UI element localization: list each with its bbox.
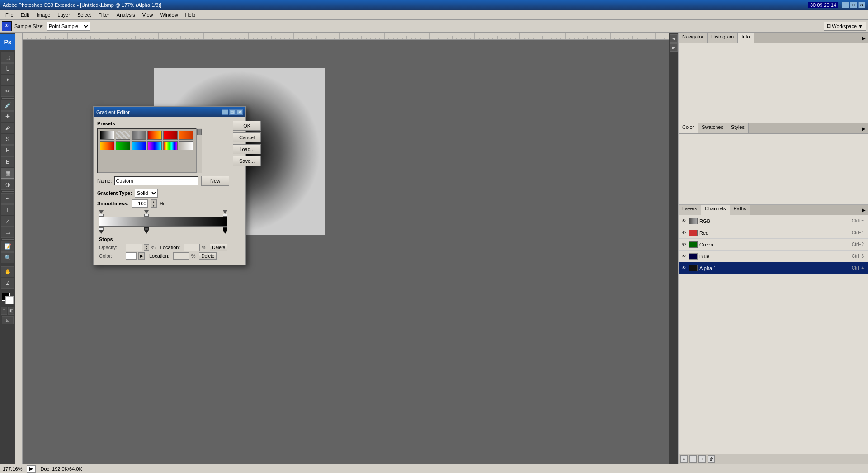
ge-opacity-location-input[interactable] [184,244,200,251]
tool-history-brush[interactable]: H [1,145,14,156]
ch-load-button[interactable]: ○ [680,455,688,463]
ge-spinner-up[interactable]: ▲ [151,200,156,203]
menu-help[interactable]: Help [182,11,199,19]
tool-lasso[interactable]: L [1,63,14,74]
ge-gradient-bar[interactable] [99,217,227,227]
ge-scroll-thumb[interactable] [197,129,202,135]
menu-layer[interactable]: Layer [54,11,74,19]
tool-hand[interactable]: ✋ [1,266,14,277]
tab-color[interactable]: Color [679,123,698,133]
ge-preset-2[interactable] [132,131,146,140]
ri-btn-2[interactable]: ▶ [670,43,678,52]
menu-select[interactable]: Select [74,11,95,19]
tool-text[interactable]: T [1,204,14,215]
workspace-button[interactable]: ⊞ Workspace ▼ [824,22,866,31]
tab-navigator[interactable]: Navigator [679,33,708,43]
ge-name-input[interactable] [114,176,198,185]
menu-file[interactable]: File [2,11,17,19]
close-button[interactable]: ✕ [858,2,865,8]
tool-zoom[interactable]: Z [1,278,14,289]
ge-cancel-button[interactable]: Cancel [233,132,261,142]
tab-channels[interactable]: Channels [701,205,730,215]
ge-preset-9[interactable] [147,141,162,150]
tool-crop[interactable]: ✂ [1,86,14,97]
ge-ok-button[interactable]: OK [233,121,261,131]
ge-opacity-spinner-down[interactable]: ▼ [144,247,149,250]
ge-smoothness-input[interactable] [132,199,148,208]
ge-preset-6[interactable] [100,141,114,150]
tool-dodge[interactable]: ◑ [1,179,14,190]
ge-color-stop-mid[interactable] [144,227,149,234]
menu-view[interactable]: View [139,11,157,19]
tool-marquee[interactable]: ⬚ [1,52,14,63]
ge-color-arrow-button[interactable]: ▶ [138,252,145,260]
ge-opacity-stop-right[interactable] [223,210,227,217]
tool-notes[interactable]: 📝 [1,241,14,252]
tool-pen[interactable]: ✒ [1,193,14,204]
maximize-button[interactable]: □ [850,2,857,8]
ge-opacity-stop-mid[interactable] [144,210,149,217]
ge-close-button[interactable]: ✕ [236,109,243,115]
ge-opacity-spinner[interactable]: ▲ ▼ [144,244,149,251]
tab-info[interactable]: Info [738,33,754,43]
ge-maximize-button[interactable]: □ [229,109,236,115]
tab-swatches[interactable]: Swatches [698,123,727,133]
ge-minimize-button[interactable]: _ [222,109,228,115]
ge-preset-10[interactable] [163,141,178,150]
ge-color-location-input[interactable] [173,252,189,260]
foreground-background-colors[interactable] [2,293,14,304]
ge-preset-3[interactable] [147,131,162,140]
ge-smoothness-spinner[interactable]: ▲ ▼ [151,199,157,208]
sample-size-select[interactable]: Point Sample 3 by 3 Average 5 by 5 Avera… [47,22,90,31]
ge-load-button[interactable]: Load... [233,144,261,154]
ge-preset-4[interactable] [163,131,178,140]
tab-styles[interactable]: Styles [727,123,749,133]
screen-mode-btn[interactable]: ⊡ [2,316,14,324]
channel-alpha1[interactable]: 👁 Alpha 1 Ctrl+4 [679,262,868,274]
ge-color-stop-right[interactable] [223,227,227,234]
ch-rgb-visibility[interactable]: 👁 [680,218,688,225]
ge-preset-5[interactable] [179,131,193,140]
channel-green[interactable]: 👁 Green Ctrl+2 [679,239,868,251]
menu-window[interactable]: Window [156,11,181,19]
ch-delete-button[interactable]: 🗑 [708,455,715,463]
rp-top-menu-button[interactable]: ▶ [860,33,868,43]
rp-bot-menu-button[interactable]: ▶ [860,205,868,215]
channel-rgb[interactable]: 👁 RGB Ctrl+~ [679,215,868,227]
minimize-button[interactable]: _ [842,2,849,8]
menu-analysis[interactable]: Analysis [113,11,139,19]
ch-blue-visibility[interactable]: 👁 [680,253,688,260]
tool-shape[interactable]: ▭ [1,227,14,238]
menu-edit[interactable]: Edit [17,11,33,19]
tool-select-path[interactable]: ↗ [1,216,14,227]
ge-opacity-delete-button[interactable]: Delete [210,244,227,251]
ge-preset-1[interactable] [116,131,130,140]
channel-red[interactable]: 👁 Red Ctrl+1 [679,227,868,239]
tool-eyedropper-color[interactable]: 🔍 [1,252,14,263]
channel-blue[interactable]: 👁 Blue Ctrl+3 [679,251,868,262]
ri-btn-1[interactable]: ◀ [670,34,678,43]
menu-filter[interactable]: Filter [94,11,113,19]
ge-preset-11[interactable] [179,141,193,150]
ge-preset-7[interactable] [116,141,130,150]
quick-mask-btn[interactable]: ◧ [8,307,14,315]
ch-red-visibility[interactable]: 👁 [680,229,688,236]
ge-spinner-down[interactable]: ▼ [151,203,156,207]
rp-mid-menu-button[interactable]: ▶ [860,123,868,133]
tool-stamp[interactable]: S [1,134,14,145]
tab-paths[interactable]: Paths [730,205,750,215]
ge-presets-scrollbar[interactable] [197,128,202,173]
tab-layers[interactable]: Layers [679,205,701,215]
ge-opacity-value-input[interactable] [126,244,142,251]
ge-new-button[interactable]: New [201,176,229,186]
tool-heal[interactable]: ✚ [1,111,14,122]
tool-magic-wand[interactable]: ✦ [1,75,14,85]
ch-green-visibility[interactable]: 👁 [680,241,688,248]
ge-gradient-type-select[interactable]: Solid Noise [135,189,158,198]
ge-color-swatch[interactable] [126,252,137,260]
ch-alpha-visibility[interactable]: 👁 [680,265,688,272]
tool-gradient[interactable]: ▦ [1,168,14,179]
tool-eraser[interactable]: E [1,156,14,167]
ge-save-button[interactable]: Save... [233,156,261,166]
status-arrow-button[interactable]: ▶ [27,465,36,473]
